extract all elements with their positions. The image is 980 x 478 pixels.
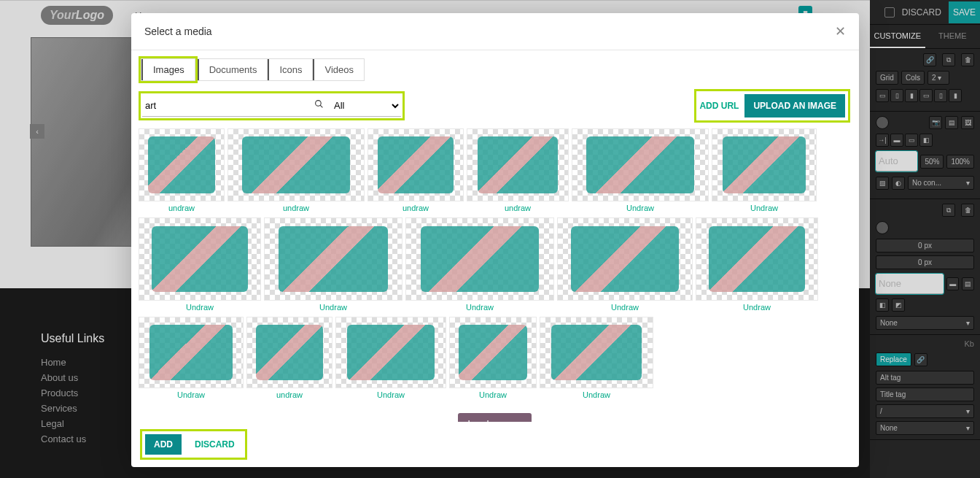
- add-url-button[interactable]: ADD URL: [699, 101, 739, 111]
- media-thumbnail[interactable]: Undraw: [405, 217, 554, 314]
- thumbnail-caption: undraw: [402, 201, 429, 215]
- thumbnail-caption: undraw: [283, 201, 309, 215]
- thumbnail-caption: Undraw: [479, 388, 507, 401]
- media-thumbnail[interactable]: Undraw: [572, 128, 709, 215]
- tab-documents[interactable]: Documents: [198, 59, 268, 80]
- tab-videos[interactable]: Videos: [313, 59, 364, 80]
- media-thumbnail[interactable]: Undraw: [139, 217, 261, 314]
- thumbnail-caption: Undraw: [626, 201, 654, 215]
- thumbnail-caption: undraw: [168, 201, 195, 215]
- thumbnail-caption: Undraw: [743, 301, 771, 314]
- thumbnail-caption: Undraw: [177, 388, 205, 401]
- media-thumbnail[interactable]: Undraw: [264, 217, 402, 314]
- media-thumbnail[interactable]: Undraw: [540, 317, 653, 401]
- thumbnail-caption: Undraw: [583, 388, 610, 401]
- media-thumbnail[interactable]: Undraw: [712, 128, 817, 215]
- media-thumbnail[interactable]: undraw: [467, 128, 569, 215]
- close-icon[interactable]: ✕: [835, 23, 846, 39]
- thumbnail-caption: Undraw: [186, 301, 214, 314]
- svg-line-1: [320, 105, 322, 107]
- tab-icons[interactable]: Icons: [268, 59, 313, 80]
- media-thumbnail[interactable]: Undraw: [139, 317, 244, 401]
- upload-image-button[interactable]: UPLOAD AN IMAGE: [744, 94, 845, 117]
- search-icon[interactable]: [310, 95, 328, 117]
- media-thumbnail[interactable]: Undraw: [449, 317, 537, 401]
- svg-point-0: [316, 101, 322, 107]
- thumbnail-caption: undraw: [505, 201, 531, 215]
- media-thumbnail[interactable]: Undraw: [557, 217, 693, 314]
- media-thumbnail[interactable]: Undraw: [696, 217, 818, 314]
- thumbnail-caption: Undraw: [377, 388, 405, 401]
- tab-images[interactable]: Images: [141, 59, 195, 80]
- thumbnail-caption: Undraw: [611, 301, 639, 314]
- media-thumbnail[interactable]: undraw: [246, 317, 332, 401]
- dialog-title: Select a media: [144, 26, 212, 37]
- media-thumbnail[interactable]: undraw: [139, 128, 225, 215]
- media-thumbnail[interactable]: Undraw: [335, 317, 446, 401]
- thumbnail-caption: Undraw: [466, 301, 494, 314]
- add-button[interactable]: ADD: [145, 434, 182, 455]
- filter-select[interactable]: All: [328, 95, 401, 117]
- search-input[interactable]: [142, 95, 310, 117]
- thumbnail-caption: undraw: [276, 388, 303, 401]
- media-thumbnail[interactable]: undraw: [228, 128, 365, 215]
- discard-button[interactable]: DISCARD: [187, 434, 242, 455]
- thumbnail-caption: Undraw: [750, 201, 778, 215]
- thumbnail-caption: Undraw: [319, 301, 347, 314]
- media-dialog: Select a media ✕ Images Documents Icons …: [131, 13, 859, 467]
- load-more-button[interactable]: Load more...: [458, 413, 532, 422]
- media-thumbnail[interactable]: undraw: [368, 128, 464, 215]
